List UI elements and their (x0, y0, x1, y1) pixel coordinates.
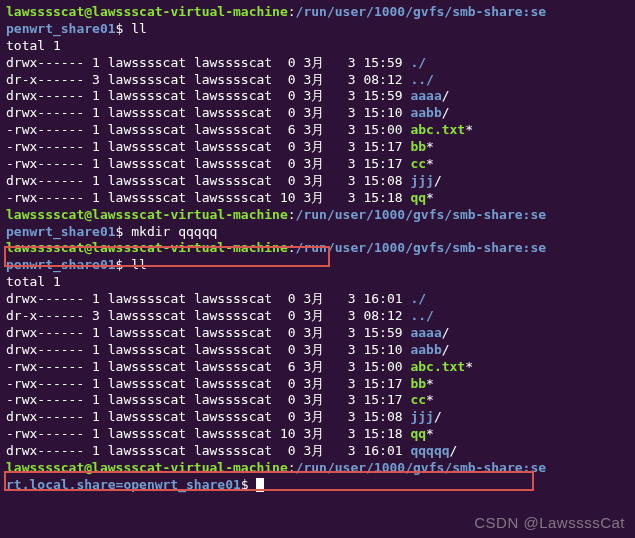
links: 1 (92, 173, 100, 188)
prompt-user: lawsssscat (6, 460, 84, 475)
prompt-path-cont: rt.local,share=openwrt_share01 (6, 477, 241, 492)
month: 3月 (303, 443, 324, 458)
time: 15:08 (363, 173, 402, 188)
month: 3月 (303, 156, 324, 171)
filename: qq (410, 190, 426, 205)
filename: abc.txt (410, 359, 465, 374)
day: 3 (332, 325, 355, 340)
filename: qqqqq (410, 443, 449, 458)
filename-suffix: * (465, 359, 473, 374)
time: 15:18 (363, 190, 402, 205)
time: 15:08 (363, 409, 402, 424)
filename-suffix: * (426, 156, 434, 171)
time: 16:01 (363, 291, 402, 306)
command-text: ll (131, 21, 147, 36)
perm: -rwx------ (6, 156, 84, 171)
filename-suffix: * (426, 426, 434, 441)
group: lawsssscat (194, 55, 272, 70)
month: 3月 (303, 426, 324, 441)
cursor[interactable] (256, 478, 264, 492)
links: 3 (92, 308, 100, 323)
size: 0 (280, 443, 296, 458)
prompt-line: lawsssscat@lawssscat-virtual-machine:/ru… (6, 207, 629, 224)
group: lawsssscat (194, 190, 272, 205)
time: 16:01 (363, 443, 402, 458)
links: 1 (92, 392, 100, 407)
group: lawsssscat (194, 88, 272, 103)
day: 3 (332, 409, 355, 424)
day: 3 (332, 139, 355, 154)
perm: drwx------ (6, 55, 84, 70)
owner: lawsssscat (108, 139, 186, 154)
perm: drwx------ (6, 88, 84, 103)
perm: -rwx------ (6, 122, 84, 137)
listing-row: -rwx------ 1 lawsssscat lawsssscat 0 3月 … (6, 156, 629, 173)
day: 3 (332, 342, 355, 357)
terminal-output[interactable]: lawsssscat@lawssscat-virtual-machine:/ru… (6, 4, 629, 494)
prompt-line: lawsssscat@lawssscat-virtual-machine:/ru… (6, 240, 629, 257)
prompt-user: lawsssscat (6, 207, 84, 222)
perm: drwx------ (6, 173, 84, 188)
size: 0 (280, 409, 296, 424)
day: 3 (332, 376, 355, 391)
time: 15:17 (363, 156, 402, 171)
time: 15:59 (363, 88, 402, 103)
month: 3月 (303, 173, 324, 188)
size: 0 (280, 392, 296, 407)
owner: lawsssscat (108, 72, 186, 87)
prompt-line: lawsssscat@lawssscat-virtual-machine:/ru… (6, 4, 629, 21)
listing-row: -rwx------ 1 lawsssscat lawsssscat 6 3月 … (6, 359, 629, 376)
listing-row: drwx------ 1 lawsssscat lawsssscat 0 3月 … (6, 173, 629, 190)
month: 3月 (303, 392, 324, 407)
group: lawsssscat (194, 376, 272, 391)
filename-suffix: / (434, 173, 442, 188)
owner: lawsssscat (108, 122, 186, 137)
filename-suffix: / (434, 409, 442, 424)
filename: ./ (410, 291, 426, 306)
day: 3 (332, 156, 355, 171)
filename-suffix: / (442, 342, 450, 357)
owner: lawsssscat (108, 426, 186, 441)
prompt-dollar: $ (116, 21, 132, 36)
filename: cc (410, 156, 426, 171)
prompt-host: lawssscat-virtual-machine (92, 240, 288, 255)
owner: lawsssscat (108, 173, 186, 188)
time: 15:10 (363, 342, 402, 357)
day: 3 (332, 291, 355, 306)
group: lawsssscat (194, 72, 272, 87)
size: 0 (280, 88, 296, 103)
filename: jjj (410, 409, 433, 424)
owner: lawsssscat (108, 443, 186, 458)
filename: abc.txt (410, 122, 465, 137)
time: 08:12 (363, 72, 402, 87)
filename: aabb (410, 105, 441, 120)
group: lawsssscat (194, 122, 272, 137)
day: 3 (332, 426, 355, 441)
perm: -rwx------ (6, 190, 84, 205)
owner: lawsssscat (108, 156, 186, 171)
filename-suffix: * (426, 376, 434, 391)
time: 15:17 (363, 139, 402, 154)
prompt-path-cont: penwrt_share01 (6, 21, 116, 36)
command-text: ll (131, 257, 147, 272)
owner: lawsssscat (108, 359, 186, 374)
filename: jjj (410, 173, 433, 188)
size: 0 (280, 376, 296, 391)
time: 15:59 (363, 55, 402, 70)
month: 3月 (303, 88, 324, 103)
group: lawsssscat (194, 308, 272, 323)
filename-suffix: / (442, 325, 450, 340)
listing-row: drwx------ 1 lawsssscat lawsssscat 0 3月 … (6, 342, 629, 359)
perm: -rwx------ (6, 426, 84, 441)
owner: lawsssscat (108, 55, 186, 70)
links: 1 (92, 359, 100, 374)
time: 15:59 (363, 325, 402, 340)
prompt-line-cont: penwrt_share01$ ll (6, 21, 629, 38)
filename: qq (410, 426, 426, 441)
listing-row: -rwx------ 1 lawsssscat lawsssscat 6 3月 … (6, 122, 629, 139)
size: 0 (280, 72, 296, 87)
size: 0 (280, 308, 296, 323)
prompt-at: @ (84, 240, 92, 255)
time: 15:18 (363, 426, 402, 441)
day: 3 (332, 88, 355, 103)
